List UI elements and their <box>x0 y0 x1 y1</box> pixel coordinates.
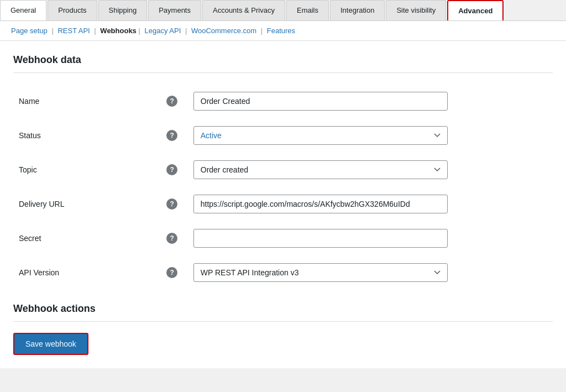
tab-integration[interactable]: Integration <box>330 0 385 20</box>
tab-site-visibility[interactable]: Site visibility <box>386 0 446 20</box>
field-status-row: Status ? Active Paused Disabled <box>13 118 553 153</box>
tab-general[interactable]: General <box>0 0 46 20</box>
field-name-label: Name <box>13 84 156 118</box>
sep-3: | <box>138 27 140 35</box>
field-name-help-cell: ? <box>156 84 187 118</box>
field-topic-row: Topic ? Order created Order updated Orde… <box>13 153 553 187</box>
webhook-actions-title: Webhook actions <box>13 303 553 322</box>
field-secret-input-cell <box>188 221 553 255</box>
main-content: Webhook data Name ? Status ? Active Paus… <box>0 41 566 368</box>
field-secret-help-cell: ? <box>156 221 187 255</box>
field-topic-help-cell: ? <box>156 153 187 187</box>
webhook-data-title: Webhook data <box>13 54 553 73</box>
sep-4: | <box>185 27 187 35</box>
field-status-label: Status <box>13 118 156 153</box>
field-topic-label: Topic <box>13 153 156 187</box>
tabs-bar: General Products Shipping Payments Accou… <box>0 0 566 21</box>
name-input[interactable] <box>193 92 448 111</box>
api-version-select[interactable]: WP REST API Integration v3 WP REST API I… <box>193 263 448 282</box>
field-secret-row: Secret ? <box>13 221 553 255</box>
field-delivery-url-help-cell: ? <box>156 187 187 221</box>
sep-2: | <box>94 27 96 35</box>
subnav-legacy-api[interactable]: Legacy API <box>145 27 181 35</box>
webhook-form: Name ? Status ? Active Paused Disabled <box>13 84 553 290</box>
delivery-url-input[interactable] <box>193 195 448 213</box>
tab-accounts-privacy[interactable]: Accounts & Privacy <box>202 0 285 20</box>
topic-select[interactable]: Order created Order updated Order delete… <box>193 160 448 179</box>
field-api-version-row: API Version ? WP REST API Integration v3… <box>13 255 553 290</box>
tab-products[interactable]: Products <box>48 0 97 20</box>
secret-input[interactable] <box>193 229 448 248</box>
subnav-woocommerce-com[interactable]: WooCommerce.com <box>191 27 256 35</box>
field-api-version-help-cell: ? <box>156 255 187 290</box>
api-version-help-icon[interactable]: ? <box>166 267 177 278</box>
name-help-icon[interactable]: ? <box>166 96 177 107</box>
sep-1: | <box>51 27 53 35</box>
tab-shipping[interactable]: Shipping <box>98 0 148 20</box>
save-webhook-button[interactable]: Save webhook <box>13 333 88 355</box>
status-select[interactable]: Active Paused Disabled <box>193 126 448 145</box>
field-name-input-cell <box>188 84 553 118</box>
tab-advanced[interactable]: Advanced <box>447 0 504 20</box>
delivery-url-help-icon[interactable]: ? <box>166 198 177 210</box>
subnav-webhooks-current: Webhooks <box>100 27 137 35</box>
topic-help-icon[interactable]: ? <box>166 164 177 175</box>
field-api-version-input-cell: WP REST API Integration v3 WP REST API I… <box>188 255 553 290</box>
tab-payments[interactable]: Payments <box>148 0 201 20</box>
sub-navigation: Page setup | REST API | Webhooks | Legac… <box>0 21 566 41</box>
secret-help-icon[interactable]: ? <box>166 233 177 244</box>
tab-emails[interactable]: Emails <box>286 0 329 20</box>
field-topic-input-cell: Order created Order updated Order delete… <box>188 153 553 187</box>
field-status-help-cell: ? <box>156 118 187 153</box>
field-delivery-url-input-cell <box>188 187 553 221</box>
subnav-page-setup[interactable]: Page setup <box>11 27 48 35</box>
field-secret-label: Secret <box>13 221 156 255</box>
subnav-rest-api[interactable]: REST API <box>57 27 90 35</box>
field-status-input-cell: Active Paused Disabled <box>188 118 553 153</box>
sep-5: | <box>261 27 263 35</box>
field-delivery-url-label: Delivery URL <box>13 187 156 221</box>
field-api-version-label: API Version <box>13 255 156 290</box>
field-delivery-url-row: Delivery URL ? <box>13 187 553 221</box>
field-name-row: Name ? <box>13 84 553 118</box>
status-help-icon[interactable]: ? <box>166 130 177 141</box>
subnav-features[interactable]: Features <box>267 27 295 35</box>
